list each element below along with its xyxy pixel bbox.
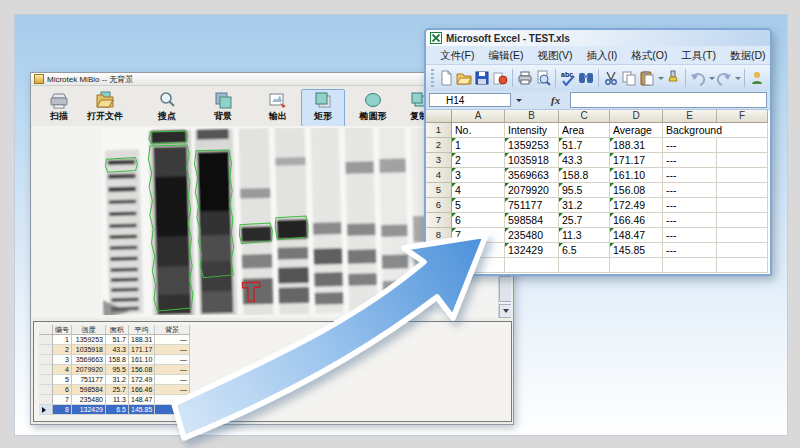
- table-cell[interactable]: 751177: [72, 375, 106, 385]
- spelling-icon[interactable]: abc: [559, 69, 577, 87]
- table-cell[interactable]: —: [155, 405, 190, 415]
- row-header[interactable]: 4: [426, 168, 452, 183]
- row-selector-cell[interactable]: [39, 345, 53, 355]
- table-row[interactable]: 723548011.3148.47—: [39, 395, 190, 405]
- table-cell[interactable]: 156.08: [129, 365, 155, 375]
- row-selector-cell[interactable]: [39, 335, 53, 345]
- toolbar-button-rectangle[interactable]: 矩形: [301, 89, 345, 127]
- cut-icon[interactable]: [602, 69, 620, 87]
- grid-cell[interactable]: 158.8: [559, 168, 610, 183]
- grid-cell[interactable]: Area: [559, 123, 610, 138]
- row-header[interactable]: 3: [426, 153, 452, 168]
- grid-cell[interactable]: 148.47: [610, 228, 663, 243]
- grid-cell[interactable]: 1: [452, 138, 505, 153]
- table-cell[interactable]: 25.7: [106, 385, 129, 395]
- grid-cell[interactable]: [717, 123, 768, 138]
- table-row[interactable]: 1135925351.7188.31—: [39, 335, 190, 345]
- column-header-C[interactable]: C: [559, 110, 610, 123]
- grid-cell[interactable]: 7: [452, 228, 505, 243]
- grid-cell[interactable]: 166.46: [610, 213, 663, 228]
- paste-icon[interactable]: [638, 69, 656, 87]
- grid-cell[interactable]: 145.85: [610, 243, 663, 258]
- table-header-cell[interactable]: 编号: [53, 325, 72, 335]
- grid-cell[interactable]: 43.3: [559, 153, 610, 168]
- grid-cell[interactable]: No.: [452, 123, 505, 138]
- grid-cell[interactable]: 3569663: [505, 168, 559, 183]
- grid-cell[interactable]: 25.7: [559, 213, 610, 228]
- grid-cell[interactable]: 235480: [505, 228, 559, 243]
- print-icon[interactable]: [516, 69, 534, 87]
- grid-cell[interactable]: 31.2: [559, 198, 610, 213]
- toolbar-button-export[interactable]: 输出: [252, 89, 304, 127]
- grid-cell[interactable]: 2079920: [505, 183, 559, 198]
- row-header[interactable]: 6: [426, 198, 452, 213]
- table-header-cell[interactable]: 平均: [129, 325, 155, 335]
- table-cell[interactable]: 1359253: [72, 335, 106, 345]
- grid-cell[interactable]: 132429: [505, 243, 559, 258]
- toolbar-button-background[interactable]: 背景: [198, 89, 248, 127]
- research-icon[interactable]: [577, 69, 595, 87]
- table-cell[interactable]: —: [155, 385, 190, 395]
- grid-cell[interactable]: 3: [452, 168, 505, 183]
- grid-cell[interactable]: 172.49: [610, 198, 663, 213]
- table-cell[interactable]: 11.3: [106, 395, 129, 405]
- table-cell[interactable]: 95.5: [106, 365, 129, 375]
- name-box-dropdown[interactable]: [511, 93, 525, 107]
- permission-icon[interactable]: [491, 69, 509, 87]
- table-cell[interactable]: —: [155, 365, 190, 375]
- grid-cell[interactable]: [452, 243, 505, 258]
- grid-cell[interactable]: [505, 258, 559, 273]
- grid-cell[interactable]: 11.3: [559, 228, 610, 243]
- table-cell[interactable]: 4: [53, 365, 72, 375]
- table-cell[interactable]: 8: [53, 405, 72, 415]
- column-header-E[interactable]: E: [663, 110, 717, 123]
- grid-cell[interactable]: ---: [663, 153, 717, 168]
- toolbar-button-find-spots[interactable]: 搜点: [142, 89, 192, 127]
- row-header[interactable]: [426, 258, 452, 273]
- row-header[interactable]: 5: [426, 183, 452, 198]
- select-all-corner[interactable]: [426, 110, 452, 123]
- table-row[interactable]: 2103591843.3171.17—: [39, 345, 190, 355]
- grid-cell[interactable]: 1359253: [505, 138, 559, 153]
- column-header-A[interactable]: A: [452, 110, 505, 123]
- table-cell[interactable]: 5: [53, 375, 72, 385]
- grid-cell[interactable]: [717, 213, 768, 228]
- table-row[interactable]: 659858425.7166.46—: [39, 385, 190, 395]
- table-cell[interactable]: —: [155, 345, 190, 355]
- table-cell[interactable]: 158.8: [106, 355, 129, 365]
- grid-cell[interactable]: ---: [663, 198, 717, 213]
- table-row[interactable]: 33569663158.8161.10—: [39, 355, 190, 365]
- table-cell[interactable]: 43.3: [106, 345, 129, 355]
- menu-item-3[interactable]: 插入(I): [579, 47, 624, 64]
- table-cell[interactable]: —: [155, 355, 190, 365]
- table-cell[interactable]: 598584: [72, 385, 106, 395]
- grid-cell[interactable]: ---: [663, 183, 717, 198]
- scroll-down-button[interactable]: [499, 304, 511, 318]
- menu-item-4[interactable]: 格式(O): [624, 47, 674, 64]
- table-cell[interactable]: 172.49: [129, 375, 155, 385]
- grid-cell[interactable]: ---: [663, 213, 717, 228]
- format-painter-icon[interactable]: [664, 69, 682, 87]
- chevron-down-icon[interactable]: [735, 77, 741, 80]
- grid-cell[interactable]: ---: [663, 168, 717, 183]
- row-header[interactable]: 1: [426, 123, 452, 138]
- column-header-B[interactable]: B: [505, 110, 559, 123]
- new-icon[interactable]: [437, 69, 455, 87]
- grid-cell[interactable]: 171.17: [610, 153, 663, 168]
- table-cell[interactable]: 3: [53, 355, 72, 365]
- table-cell[interactable]: —: [155, 335, 190, 345]
- toolbar-button-ellipse[interactable]: 椭圆形: [349, 89, 397, 127]
- grid-cell[interactable]: Background: [663, 123, 717, 138]
- table-cell[interactable]: —: [155, 375, 190, 385]
- scrollbar-thumb[interactable]: [499, 276, 511, 302]
- excel-titlebar[interactable]: Microsoft Excel - TEST.xls: [426, 30, 770, 46]
- table-row[interactable]: 81324296.5145.85—: [39, 405, 190, 415]
- grid-cell[interactable]: 5: [452, 198, 505, 213]
- grid-cell[interactable]: [717, 243, 768, 258]
- menu-item-5[interactable]: 工具(T): [675, 47, 723, 64]
- name-box[interactable]: H14: [429, 93, 511, 107]
- open-icon[interactable]: [455, 69, 473, 87]
- grid-cell[interactable]: [559, 258, 610, 273]
- grid-cell[interactable]: 751177: [505, 198, 559, 213]
- grid-cell[interactable]: [663, 258, 717, 273]
